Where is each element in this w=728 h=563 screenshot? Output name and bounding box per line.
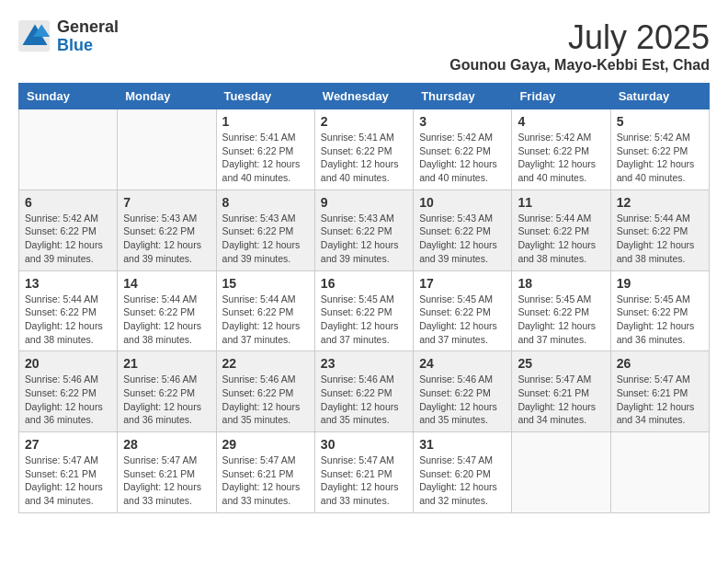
day-info: Sunrise: 5:46 AMSunset: 6:22 PMDaylight:… xyxy=(419,373,506,427)
calendar-cell: 2Sunrise: 5:41 AMSunset: 6:22 PMDaylight… xyxy=(314,109,413,190)
logo: General Blue xyxy=(18,18,119,55)
weekday-header-row: SundayMondayTuesdayWednesdayThursdayFrid… xyxy=(19,84,710,109)
calendar-cell: 10Sunrise: 5:43 AMSunset: 6:22 PMDayligh… xyxy=(414,190,512,270)
calendar-cell: 4Sunrise: 5:42 AMSunset: 6:22 PMDaylight… xyxy=(512,109,610,190)
day-info: Sunrise: 5:47 AMSunset: 6:21 PMDaylight:… xyxy=(222,454,309,508)
calendar-cell: 24Sunrise: 5:46 AMSunset: 6:22 PMDayligh… xyxy=(414,351,512,432)
calendar-week-row-4: 20Sunrise: 5:46 AMSunset: 6:22 PMDayligh… xyxy=(19,351,710,432)
day-info: Sunrise: 5:43 AMSunset: 6:22 PMDaylight:… xyxy=(321,212,407,266)
day-info: Sunrise: 5:47 AMSunset: 6:21 PMDaylight:… xyxy=(617,373,703,427)
day-info: Sunrise: 5:45 AMSunset: 6:22 PMDaylight:… xyxy=(518,293,604,347)
day-info: Sunrise: 5:41 AMSunset: 6:22 PMDaylight:… xyxy=(321,131,407,185)
day-number: 25 xyxy=(518,356,604,371)
day-number: 26 xyxy=(617,356,703,371)
day-info: Sunrise: 5:47 AMSunset: 6:21 PMDaylight:… xyxy=(321,454,407,508)
day-number: 28 xyxy=(123,437,210,452)
day-number: 7 xyxy=(123,195,210,210)
logo-general: General xyxy=(57,18,119,37)
calendar-cell: 28Sunrise: 5:47 AMSunset: 6:21 PMDayligh… xyxy=(118,432,216,513)
title-area: July 2025 Gounou Gaya, Mayo-Kebbi Est, C… xyxy=(449,18,710,74)
day-info: Sunrise: 5:45 AMSunset: 6:22 PMDaylight:… xyxy=(617,293,703,347)
day-number: 15 xyxy=(222,276,309,291)
calendar-cell xyxy=(512,432,610,513)
day-info: Sunrise: 5:44 AMSunset: 6:22 PMDaylight:… xyxy=(617,212,703,266)
day-number: 20 xyxy=(25,356,111,371)
day-number: 17 xyxy=(419,276,506,291)
day-info: Sunrise: 5:45 AMSunset: 6:22 PMDaylight:… xyxy=(321,293,407,347)
day-number: 22 xyxy=(222,356,309,371)
weekday-header-tuesday: Tuesday xyxy=(216,84,314,109)
location-subtitle: Gounou Gaya, Mayo-Kebbi Est, Chad xyxy=(449,57,710,74)
day-number: 16 xyxy=(321,276,407,291)
calendar-cell: 8Sunrise: 5:43 AMSunset: 6:22 PMDaylight… xyxy=(216,190,314,270)
page-header: General Blue July 2025 Gounou Gaya, Mayo… xyxy=(18,18,710,74)
calendar-cell: 19Sunrise: 5:45 AMSunset: 6:22 PMDayligh… xyxy=(610,270,709,351)
logo-text: General Blue xyxy=(57,18,119,55)
day-number: 27 xyxy=(25,437,111,452)
day-number: 29 xyxy=(222,437,309,452)
day-info: Sunrise: 5:46 AMSunset: 6:22 PMDaylight:… xyxy=(321,373,407,427)
calendar-week-row-3: 13Sunrise: 5:44 AMSunset: 6:22 PMDayligh… xyxy=(19,270,710,351)
day-info: Sunrise: 5:43 AMSunset: 6:22 PMDaylight:… xyxy=(419,212,506,266)
calendar-cell xyxy=(19,109,118,190)
day-number: 18 xyxy=(518,276,604,291)
calendar-cell: 23Sunrise: 5:46 AMSunset: 6:22 PMDayligh… xyxy=(314,351,413,432)
day-number: 10 xyxy=(419,195,506,210)
calendar-cell: 25Sunrise: 5:47 AMSunset: 6:21 PMDayligh… xyxy=(512,351,610,432)
day-info: Sunrise: 5:47 AMSunset: 6:21 PMDaylight:… xyxy=(518,373,604,427)
day-number: 11 xyxy=(518,195,604,210)
weekday-header-saturday: Saturday xyxy=(610,84,709,109)
day-number: 4 xyxy=(518,114,604,129)
day-number: 8 xyxy=(222,195,309,210)
day-number: 19 xyxy=(617,276,703,291)
day-info: Sunrise: 5:47 AMSunset: 6:21 PMDaylight:… xyxy=(25,454,111,508)
day-info: Sunrise: 5:44 AMSunset: 6:22 PMDaylight:… xyxy=(123,293,210,347)
day-number: 2 xyxy=(321,114,407,129)
calendar-cell: 3Sunrise: 5:42 AMSunset: 6:22 PMDaylight… xyxy=(414,109,512,190)
day-number: 6 xyxy=(25,195,111,210)
calendar-cell: 20Sunrise: 5:46 AMSunset: 6:22 PMDayligh… xyxy=(19,351,118,432)
calendar-cell: 6Sunrise: 5:42 AMSunset: 6:22 PMDaylight… xyxy=(19,190,118,270)
calendar-cell: 7Sunrise: 5:43 AMSunset: 6:22 PMDaylight… xyxy=(118,190,216,270)
calendar-cell: 18Sunrise: 5:45 AMSunset: 6:22 PMDayligh… xyxy=(512,270,610,351)
day-info: Sunrise: 5:43 AMSunset: 6:22 PMDaylight:… xyxy=(123,212,210,266)
day-number: 1 xyxy=(222,114,309,129)
day-info: Sunrise: 5:43 AMSunset: 6:22 PMDaylight:… xyxy=(222,212,309,266)
day-number: 5 xyxy=(617,114,703,129)
weekday-header-wednesday: Wednesday xyxy=(314,84,413,109)
day-info: Sunrise: 5:47 AMSunset: 6:20 PMDaylight:… xyxy=(419,454,506,508)
calendar-cell: 22Sunrise: 5:46 AMSunset: 6:22 PMDayligh… xyxy=(216,351,314,432)
day-info: Sunrise: 5:44 AMSunset: 6:22 PMDaylight:… xyxy=(518,212,604,266)
day-number: 23 xyxy=(321,356,407,371)
day-number: 14 xyxy=(123,276,210,291)
calendar-cell: 27Sunrise: 5:47 AMSunset: 6:21 PMDayligh… xyxy=(19,432,118,513)
calendar-cell: 16Sunrise: 5:45 AMSunset: 6:22 PMDayligh… xyxy=(314,270,413,351)
day-info: Sunrise: 5:44 AMSunset: 6:22 PMDaylight:… xyxy=(222,293,309,347)
calendar-week-row-2: 6Sunrise: 5:42 AMSunset: 6:22 PMDaylight… xyxy=(19,190,710,270)
logo-icon xyxy=(18,20,51,53)
calendar-cell: 9Sunrise: 5:43 AMSunset: 6:22 PMDaylight… xyxy=(314,190,413,270)
calendar-cell: 15Sunrise: 5:44 AMSunset: 6:22 PMDayligh… xyxy=(216,270,314,351)
day-info: Sunrise: 5:42 AMSunset: 6:22 PMDaylight:… xyxy=(617,131,703,185)
calendar-cell: 31Sunrise: 5:47 AMSunset: 6:20 PMDayligh… xyxy=(414,432,512,513)
day-info: Sunrise: 5:42 AMSunset: 6:22 PMDaylight:… xyxy=(25,212,111,266)
weekday-header-sunday: Sunday xyxy=(19,84,118,109)
calendar-cell: 11Sunrise: 5:44 AMSunset: 6:22 PMDayligh… xyxy=(512,190,610,270)
weekday-header-monday: Monday xyxy=(118,84,216,109)
calendar-cell: 30Sunrise: 5:47 AMSunset: 6:21 PMDayligh… xyxy=(314,432,413,513)
calendar-week-row-5: 27Sunrise: 5:47 AMSunset: 6:21 PMDayligh… xyxy=(19,432,710,513)
day-info: Sunrise: 5:46 AMSunset: 6:22 PMDaylight:… xyxy=(25,373,111,427)
day-number: 30 xyxy=(321,437,407,452)
day-info: Sunrise: 5:44 AMSunset: 6:22 PMDaylight:… xyxy=(25,293,111,347)
day-number: 24 xyxy=(419,356,506,371)
day-info: Sunrise: 5:42 AMSunset: 6:22 PMDaylight:… xyxy=(419,131,506,185)
day-info: Sunrise: 5:46 AMSunset: 6:22 PMDaylight:… xyxy=(222,373,309,427)
day-info: Sunrise: 5:45 AMSunset: 6:22 PMDaylight:… xyxy=(419,293,506,347)
calendar-cell: 1Sunrise: 5:41 AMSunset: 6:22 PMDaylight… xyxy=(216,109,314,190)
calendar-cell: 14Sunrise: 5:44 AMSunset: 6:22 PMDayligh… xyxy=(118,270,216,351)
calendar-cell: 17Sunrise: 5:45 AMSunset: 6:22 PMDayligh… xyxy=(414,270,512,351)
calendar-cell: 29Sunrise: 5:47 AMSunset: 6:21 PMDayligh… xyxy=(216,432,314,513)
day-info: Sunrise: 5:46 AMSunset: 6:22 PMDaylight:… xyxy=(123,373,210,427)
day-info: Sunrise: 5:42 AMSunset: 6:22 PMDaylight:… xyxy=(518,131,604,185)
calendar-cell: 5Sunrise: 5:42 AMSunset: 6:22 PMDaylight… xyxy=(610,109,709,190)
